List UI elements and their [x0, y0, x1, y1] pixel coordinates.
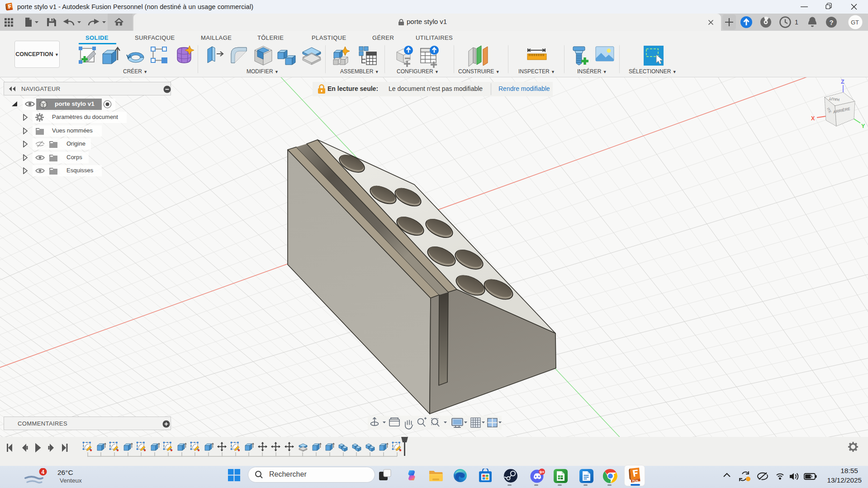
svg-text:26°C: 26°C [57, 469, 73, 476]
svg-text:Venteux: Venteux [60, 477, 82, 484]
svg-text:FUS: FUS [632, 479, 639, 483]
svg-text:9+: 9+ [540, 469, 545, 474]
svg-text:X: X [811, 115, 815, 122]
svg-text:Y: Y [861, 123, 865, 129]
svg-text:GT: GT [851, 19, 859, 26]
svg-text:1: 1 [795, 19, 798, 26]
svg-text:?: ? [830, 19, 834, 26]
svg-text:Z: Z [841, 79, 844, 85]
svg-text:4: 4 [42, 469, 45, 475]
